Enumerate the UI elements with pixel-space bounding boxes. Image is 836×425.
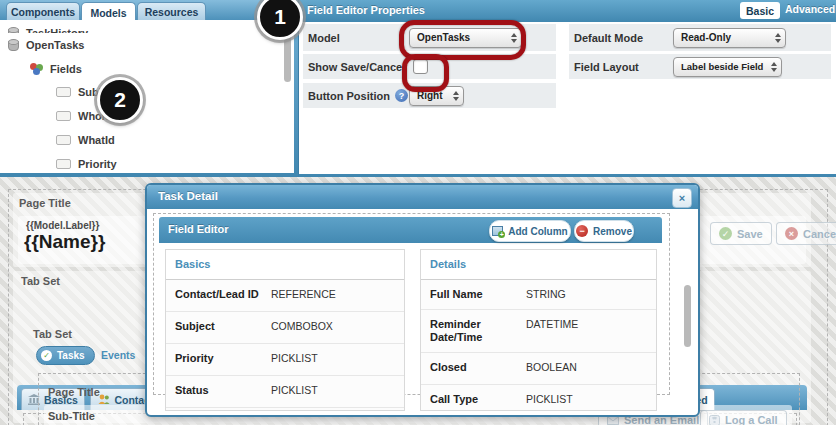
save-button-label: Save [737, 228, 763, 240]
fields-icon [30, 63, 43, 75]
field-row-label: Priority [175, 352, 271, 375]
elements-panel: ComponentsModelsResources TaskHistoryOpe… [0, 0, 294, 177]
database-icon [8, 39, 19, 51]
field-row-contact-lead-id[interactable]: Contact/Lead IDREFERENCE [166, 280, 404, 312]
cancel-button-label: Cancel [803, 228, 836, 240]
cancel-x-icon: × [785, 227, 798, 240]
field-icon [56, 159, 71, 169]
field-editor-column-basics[interactable]: BasicsContact/Lead IDREFERENCESubjectCOM… [165, 249, 405, 411]
field-row-call-type[interactable]: Call TypePICKLIST [421, 385, 656, 411]
field-icon [56, 111, 71, 121]
app-window: ComponentsModelsResources TaskHistoryOpe… [0, 0, 836, 425]
field-row-type: PICKLIST [526, 393, 573, 411]
tree-item-whoid[interactable]: WhoId [0, 104, 294, 129]
field-row-type: BOOLEAN [526, 361, 577, 384]
remove-icon: − [576, 225, 588, 237]
remove-button[interactable]: − Remove [574, 220, 634, 242]
panel-tab-label: Models [90, 7, 126, 19]
prop-label: Field Layout [574, 61, 639, 73]
prop-select-default-mode[interactable]: Read-Only [673, 28, 786, 48]
phone-icon [709, 415, 720, 425]
chevron-updown-icon [453, 91, 459, 101]
add-column-button[interactable]: + Add Column [489, 220, 571, 242]
field-row-closed[interactable]: ClosedBOOLEAN [421, 353, 656, 385]
prop-row-field-layout: Field LayoutLabel beside Field [569, 54, 831, 79]
field-editor-title: Field Editor [168, 223, 229, 235]
panel-tab-label: Resources [145, 6, 199, 18]
inner-tabset-label: Tab Set [33, 328, 72, 340]
properties-header: Field Editor Properties Basic Advanced [299, 0, 836, 22]
nested-subtitle-label: Sub-Title [48, 410, 95, 422]
field-row-type: STRING [526, 288, 566, 309]
panel-tab-resources[interactable]: Resources [137, 2, 206, 21]
field-row-label: Contact/Lead ID [175, 288, 271, 311]
field-row-type: REFERENCE [271, 288, 336, 311]
prop-label: Show Save/Cancel [308, 61, 405, 73]
field-icon [56, 87, 71, 97]
modal-scrollbar-thumb[interactable] [684, 285, 691, 347]
field-row-label: Closed [430, 361, 526, 384]
field-row-label: Call Type [430, 393, 526, 411]
tree-item-whatid[interactable]: WhatId [0, 128, 294, 153]
prop-label: Default Mode [574, 32, 643, 44]
field-row-label: Subject [175, 320, 271, 343]
tasks-check-icon: ✓ [41, 350, 52, 361]
inner-tab-events[interactable]: Events [101, 349, 135, 361]
inner-tab-tasks[interactable]: ✓ Tasks [36, 346, 95, 365]
elements-tabbar: ComponentsModelsResources [0, 0, 294, 20]
inner-tab-tasks-label: Tasks [57, 350, 85, 361]
panel-tab-components[interactable]: Components [6, 2, 80, 21]
field-editor-header[interactable]: Field Editor + Add Column − Remove [159, 217, 662, 243]
step-badge-2: 2 [97, 77, 143, 123]
cancel-button[interactable]: × Cancel [776, 222, 836, 245]
field-row-type: PICKLIST [271, 384, 318, 407]
tree-item-label: Fields [50, 63, 82, 75]
tree-item-priority[interactable]: Priority [0, 152, 294, 177]
task-detail-modal: Task Detail × Field Editor + Add Column … [145, 183, 700, 417]
prop-select-field-layout[interactable]: Label beside Field [673, 57, 782, 77]
page-title-component-label: Page Title [19, 197, 71, 209]
save-button[interactable]: ✓ Save [710, 222, 772, 245]
highlight-ring-checkbox [402, 54, 449, 92]
panel-tab-models[interactable]: Models [81, 2, 136, 22]
modal-header[interactable]: Task Detail × [147, 185, 698, 209]
field-row-reminder-date-time[interactable]: Reminder Date/TimeDATETIME [421, 310, 656, 353]
field-editor-column-details[interactable]: DetailsFull NameSTRINGReminder Date/Time… [420, 249, 657, 411]
nested-page-title-label: Page Title [48, 386, 100, 398]
field-row-type: COMBOBOX [271, 320, 333, 343]
tree-item-subject[interactable]: Subject [0, 80, 294, 105]
field-row-subject[interactable]: SubjectCOMBOBOX [166, 312, 404, 344]
column-header: Basics [166, 250, 404, 280]
models-tree: TaskHistoryOpenTasksFieldsSubjectWhoIdWh… [0, 20, 294, 177]
field-row-type: DATETIME [526, 318, 578, 352]
name-token: {{Name}} [24, 231, 105, 253]
field-row-label: Reminder Date/Time [430, 318, 526, 352]
column-header: Details [421, 250, 656, 280]
modal-title: Task Detail [158, 190, 218, 202]
properties-panel: Field Editor Properties Basic Advanced M… [298, 0, 836, 177]
field-row-label: Status [175, 384, 271, 407]
tree-item-label: WhatId [78, 134, 115, 146]
field-icon [56, 135, 71, 145]
tabset-component-label: Tab Set [21, 275, 60, 287]
help-icon[interactable]: ? [395, 89, 408, 102]
close-icon[interactable]: × [672, 188, 692, 208]
tree-item-fields[interactable]: Fields [0, 57, 294, 82]
field-row-label: Full Name [430, 288, 526, 309]
field-row-full-name[interactable]: Full NameSTRING [421, 280, 656, 310]
prop-select-value: Read-Only [681, 32, 770, 43]
basic-mode-button[interactable]: Basic [740, 2, 780, 19]
prop-select-value: Label beside Field [681, 61, 766, 72]
prop-row-default-mode: Default ModeRead-Only [569, 24, 831, 51]
field-row-status[interactable]: StatusPICKLIST [166, 376, 404, 408]
tree-item-opentasks[interactable]: OpenTasks [0, 33, 294, 58]
model-label-token: {{Model.Label}} [26, 220, 99, 231]
add-column-icon: + [492, 226, 503, 236]
advanced-mode-button[interactable]: Advanced [785, 3, 835, 15]
field-row-priority[interactable]: PriorityPICKLIST [166, 344, 404, 376]
log-call-button[interactable]: Log a Call [700, 410, 787, 425]
properties-title: Field Editor Properties [307, 4, 425, 16]
tree-item-label: Priority [78, 158, 117, 170]
panel-tab-label: Components [11, 6, 75, 18]
chevron-updown-icon [775, 33, 781, 43]
